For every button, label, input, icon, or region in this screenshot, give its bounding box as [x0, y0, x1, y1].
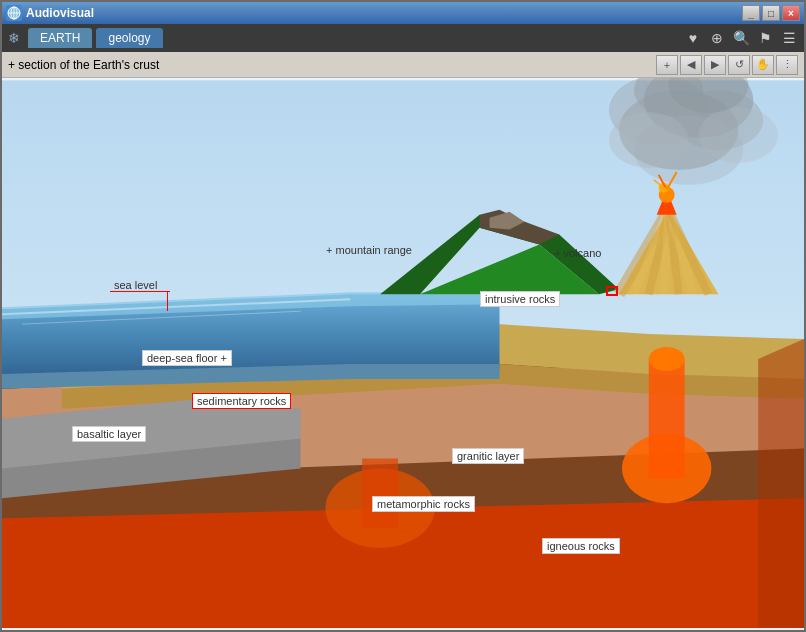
titlebar: Audiovisual _ □ ×	[2, 2, 804, 24]
heart-icon[interactable]: ♥	[684, 29, 702, 47]
svg-point-44	[649, 347, 685, 371]
window-controls: _ □ ×	[742, 5, 800, 21]
window-title: Audiovisual	[26, 6, 742, 20]
breadcrumb: + section of the Earth's crust	[8, 58, 652, 72]
addressbar: + section of the Earth's crust + ◀ ▶ ↺ ✋…	[2, 52, 804, 78]
main-content: sea level deep-sea floor + sedimentary r…	[2, 78, 804, 630]
plus-button[interactable]: +	[656, 55, 678, 75]
search-icon[interactable]: 🔍	[732, 29, 750, 47]
refresh-button[interactable]: ↺	[728, 55, 750, 75]
maximize-button[interactable]: □	[762, 5, 780, 21]
nav-buttons: + ◀ ▶ ↺ ✋ ⋮	[656, 55, 798, 75]
snowflake-icon: ❄	[8, 30, 20, 46]
igneous-rocks-label[interactable]: igneous rocks	[542, 538, 620, 554]
svg-point-12	[699, 107, 779, 163]
intrusive-rocks-label[interactable]: intrusive rocks	[480, 291, 560, 307]
geology-diagram: sea level deep-sea floor + sedimentary r…	[2, 78, 804, 630]
minimize-button[interactable]: _	[742, 5, 760, 21]
basaltic-layer-label[interactable]: basaltic layer	[72, 426, 146, 442]
tab-geology[interactable]: geology	[96, 28, 162, 48]
extra-button[interactable]: ⋮	[776, 55, 798, 75]
svg-rect-46	[362, 458, 398, 528]
diagram-svg	[2, 78, 804, 630]
sea-level-label[interactable]: sea level	[110, 278, 161, 292]
svg-marker-55	[758, 339, 804, 628]
svg-rect-43	[649, 359, 685, 478]
tab-earth[interactable]: EARTH	[28, 28, 92, 48]
mountain-range-label[interactable]: + mountain range	[322, 243, 416, 257]
earth-icon[interactable]: ⊕	[708, 29, 726, 47]
hand-button[interactable]: ✋	[752, 55, 774, 75]
menu-icon[interactable]: ☰	[780, 29, 798, 47]
toolbar: ❄ EARTH geology ♥ ⊕ 🔍 ⚑ ☰	[2, 24, 804, 52]
forward-button[interactable]: ▶	[704, 55, 726, 75]
deep-sea-floor-label[interactable]: deep-sea floor +	[142, 350, 232, 366]
sedimentary-rocks-label[interactable]: sedimentary rocks	[192, 393, 291, 409]
granitic-layer-label[interactable]: granitic layer	[452, 448, 524, 464]
back-button[interactable]: ◀	[680, 55, 702, 75]
volcano-label[interactable]: + volcano	[550, 246, 605, 260]
toolbar-icons: ♥ ⊕ 🔍 ⚑ ☰	[684, 29, 798, 47]
metamorphic-rocks-label[interactable]: metamorphic rocks	[372, 496, 475, 512]
app-icon	[6, 5, 22, 21]
close-button[interactable]: ×	[782, 5, 800, 21]
main-window: Audiovisual _ □ × ❄ EARTH geology ♥ ⊕ 🔍 …	[0, 0, 806, 632]
flag-icon[interactable]: ⚑	[756, 29, 774, 47]
